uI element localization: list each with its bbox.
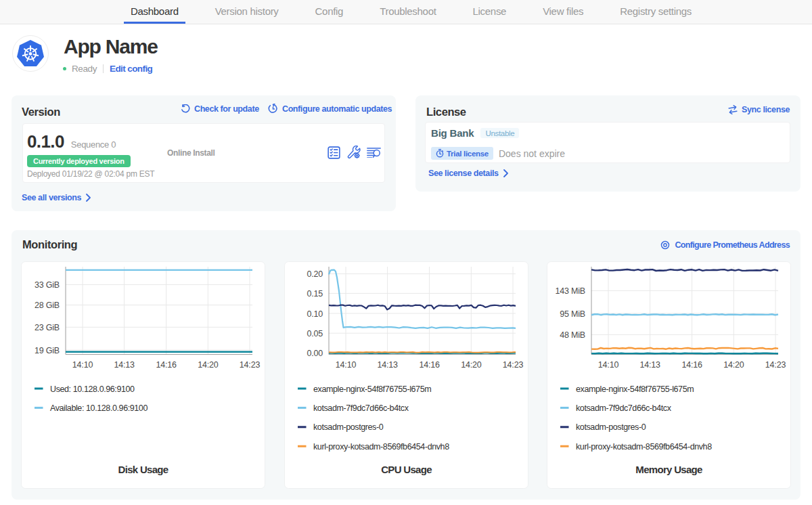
svg-text:0.15: 0.15 [307,289,323,299]
svg-text:14:13: 14:13 [377,360,398,370]
svg-text:28 GiB: 28 GiB [35,301,60,310]
svg-text:14:10: 14:10 [598,360,619,370]
svg-text:14:16: 14:16 [681,360,702,370]
svg-text:95 MiB: 95 MiB [560,309,585,319]
svg-text:143 MiB: 143 MiB [556,286,585,296]
svg-text:14:23: 14:23 [503,360,524,370]
svg-text:0.05: 0.05 [307,329,323,338]
svg-text:14:16: 14:16 [419,360,440,370]
svg-text:example-nginx-54f8f76755-l675m: example-nginx-54f8f76755-l675m [576,385,694,394]
svg-text:kurl-proxy-kotsadm-8569fb6454-: kurl-proxy-kotsadm-8569fb6454-dnvh8 [576,442,712,452]
svg-text:14:23: 14:23 [240,360,261,370]
svg-text:14:20: 14:20 [198,360,219,370]
svg-text:14:13: 14:13 [639,360,660,370]
svg-text:0.10: 0.10 [307,309,323,319]
svg-text:14:13: 14:13 [114,360,135,370]
svg-text:CPU Usage: CPU Usage [381,464,432,475]
svg-text:14:10: 14:10 [336,360,357,370]
svg-text:kurl-proxy-kotsadm-8569fb6454-: kurl-proxy-kotsadm-8569fb6454-dnvh8 [313,442,449,452]
svg-text:kotsadm-postgres-0: kotsadm-postgres-0 [576,422,646,432]
svg-text:kotsadm-7f9dc7d66c-b4tcx: kotsadm-7f9dc7d66c-b4tcx [576,403,672,413]
svg-text:Used: 10.128.0.96:9100: Used: 10.128.0.96:9100 [50,385,135,394]
svg-text:example-nginx-54f8f76755-l675m: example-nginx-54f8f76755-l675m [313,385,431,394]
svg-text:Disk Usage: Disk Usage [118,464,168,475]
svg-text:14:16: 14:16 [156,360,177,370]
svg-text:14:10: 14:10 [72,360,93,370]
svg-text:Memory Usage: Memory Usage [635,464,702,475]
svg-text:33 GiB: 33 GiB [35,280,60,290]
svg-text:0.00: 0.00 [307,349,323,358]
svg-text:14:23: 14:23 [765,360,786,370]
svg-text:19 GiB: 19 GiB [35,346,60,355]
svg-text:kotsadm-7f9dc7d66c-b4tcx: kotsadm-7f9dc7d66c-b4tcx [313,403,409,413]
svg-text:kotsadm-postgres-0: kotsadm-postgres-0 [313,422,384,432]
svg-text:23 GiB: 23 GiB [35,323,60,332]
svg-text:14:20: 14:20 [723,360,744,370]
svg-text:Available: 10.128.0.96:9100: Available: 10.128.0.96:9100 [50,403,148,413]
svg-text:48 MiB: 48 MiB [560,330,585,340]
svg-text:0.20: 0.20 [307,269,323,279]
svg-text:14:20: 14:20 [461,360,482,370]
